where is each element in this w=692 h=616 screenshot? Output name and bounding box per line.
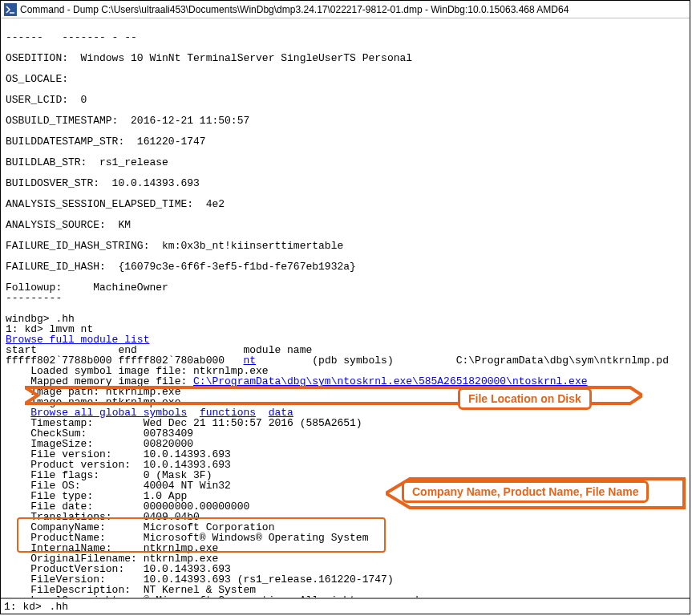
windbg-command-window: Command - Dump C:\Users\ultraali453\Docu…: [0, 0, 690, 614]
output-line: ------ ------- - --: [6, 31, 137, 43]
callout-company-arrow: [386, 476, 690, 511]
output-line: ANALYSIS_SOURCE: KM: [6, 219, 131, 231]
output-line: BUILDDATESTAMP_STR: 161220-1747: [6, 136, 206, 148]
app-prompt-icon: [4, 3, 17, 16]
window-title: Command - Dump C:\Users\ultraali453\Docu…: [20, 4, 569, 15]
titlebar[interactable]: Command - Dump C:\Users\ultraali453\Docu…: [1, 1, 690, 18]
output-line: USER_LCID: 0: [6, 94, 87, 106]
kd-prompt: 1: kd>: [4, 601, 48, 613]
svg-marker-3: [386, 479, 684, 508]
output-line: FAILURE_ID_HASH: {16079c3e-6f6f-3ef5-f1b…: [6, 261, 356, 273]
command-input-bar: 1: kd>: [1, 598, 690, 614]
output-line: FAILURE_ID_HASH_STRING: km:0x3b_nt!kiins…: [6, 240, 343, 252]
output-line: OSBUILD_TIMESTAMP: 2016-12-21 11:50:57: [6, 115, 249, 127]
output-span: (pdb symbols) C:\ProgramData\dbg\sym\ntk…: [256, 355, 669, 367]
output-line: ---------: [6, 292, 62, 304]
output-line: BUILDOSVER_STR: 10.0.14393.693: [6, 177, 200, 189]
link-mapped-file[interactable]: C:\ProgramData\dbg\sym\ntoskrnl.exe\585A…: [193, 375, 587, 387]
output-line: BUILDLAB_STR: rs1_release: [6, 156, 168, 168]
output-line: OSEDITION: Windows 10 WinNt TerminalServ…: [6, 52, 412, 64]
command-input[interactable]: [48, 601, 686, 613]
output-line: LegalCopyright: © Microsoft Corporation.…: [6, 594, 425, 598]
output-line: OS_LOCALE:: [6, 73, 68, 85]
command-output[interactable]: ------ ------- - -- OSEDITION: Windows 1…: [1, 18, 690, 598]
callout-company-label: Company Name, Product Name, File Name: [402, 480, 649, 503]
callout-file-location-label: File Location on Disk: [458, 387, 592, 410]
output-line: ANALYSIS_SESSION_ELAPSED_TIME: 4e2: [6, 198, 225, 210]
